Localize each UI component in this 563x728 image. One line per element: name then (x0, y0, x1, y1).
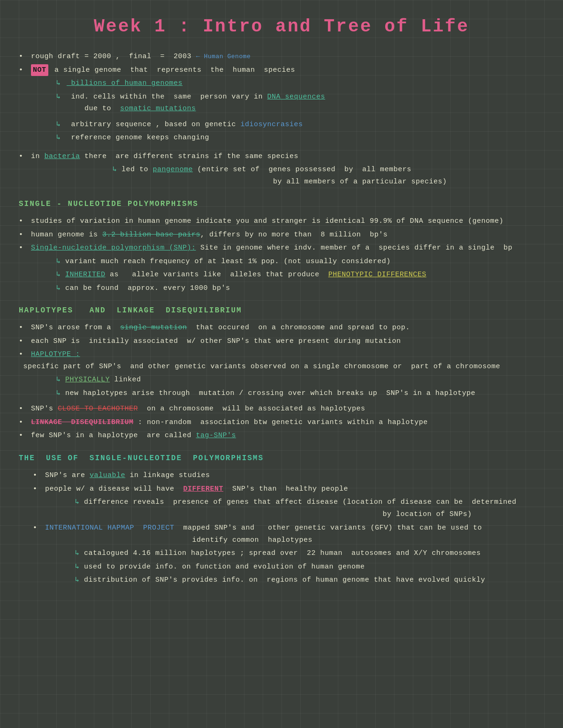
sub-bullet-icon: ↳ (75, 498, 80, 506)
list-item: ↳ variant much reach frequency of at lea… (56, 256, 544, 268)
list-item: • in bacteria there are different strain… (19, 151, 544, 163)
bullet-icon: • (19, 335, 28, 348)
bullet-icon: • (19, 417, 28, 429)
list-item: • people w/ a disease will have DIFFEREN… (33, 483, 544, 495)
bullet-icon: • (33, 470, 42, 482)
list-item: ↳ new haplotypes arise through mutation … (56, 387, 544, 400)
item-text: SNP's arose from a single mutation that … (31, 322, 410, 334)
list-item: ↳ can be found approx. every 1000 bp's (56, 282, 544, 295)
item-text: can be found approx. every 1000 bp's (61, 282, 230, 295)
sub-bullet-icon: ↳ (75, 549, 80, 557)
sub-bullet-icon: ↳ (56, 77, 64, 90)
sub-bullet-icon: ↳ (75, 563, 80, 571)
bullet-icon: • (33, 522, 42, 534)
annotation: ← Human Genome (196, 52, 251, 62)
bullet-icon: • (19, 215, 28, 228)
list-item: • HAPLOTYPE : specific part of SNP's and… (19, 349, 544, 372)
sub-bullet-icon: ↳ (56, 132, 64, 144)
list-item: • few SNP's in a haplotype are called ta… (19, 430, 544, 442)
list-item: • human genome is 3.2 billion base pairs… (19, 229, 544, 241)
list-item: • SNP's are valuable in linkage studies (33, 470, 544, 482)
list-item: ↳ ind. cells within the same person vary… (56, 91, 544, 115)
list-item: • rough draft = 2000 , final = 2003 ← Hu… (19, 51, 544, 63)
list-item: ↳ INHERITED as allele variants like alle… (56, 269, 544, 281)
item-text: HAPLOTYPE : (31, 349, 80, 361)
item-text: LINKAGE DISEQUILIBRIUM (31, 417, 134, 429)
bullet-icon: • (19, 430, 28, 442)
list-item: • SNP's arose from a single mutation tha… (19, 322, 544, 334)
list-item: ↳ PHYSICALLY linked (56, 374, 544, 386)
list-item: ↳ billions of human genomes (56, 77, 544, 90)
list-item: ↳ catalogued 4.16 million haplotypes ; s… (75, 547, 544, 560)
list-item: ↳ reference genome keeps changing (56, 132, 544, 144)
item-text: human genome is 3.2 billion base pairs, … (31, 229, 388, 241)
item-text: studies of variation in human genome ind… (31, 215, 503, 228)
list-item: • SNP's CLOSE TO EACHOTHER on a chromoso… (19, 403, 544, 415)
item-text: a single genome that represents the huma… (50, 64, 296, 76)
bullet-icon: • (19, 242, 28, 254)
item-text: SNP's CLOSE TO EACHOTHER on a chromosome… (31, 403, 365, 415)
sub-bullet-icon: ↳ (75, 576, 80, 584)
sub-bullet-icon: ↳ (56, 387, 61, 400)
item-text: INHERITED as allele variants like allele… (61, 269, 426, 281)
section-header-use: THE USE OF SINGLE-NUCLEOTIDE POLYMORPHIS… (19, 452, 544, 465)
item-text: new haplotypes arise through mutation / … (61, 387, 476, 400)
item-text: rough draft = 2000 , final = 2003 (31, 51, 191, 63)
sub-bullet-icon: ↳ (56, 269, 61, 281)
bullet-icon: • (19, 151, 28, 163)
bullet-icon: • (19, 322, 28, 334)
main-content: • rough draft = 2000 , final = 2003 ← Hu… (19, 51, 544, 586)
item-text: variant much reach frequency of at least… (61, 256, 391, 268)
list-item: • each SNP is initially associated w/ ot… (19, 335, 544, 348)
bullet-icon: • (33, 483, 42, 495)
item-text: in bacteria there are different strains … (31, 151, 298, 163)
list-item: ↳ distribution of SNP's provides info. o… (75, 574, 544, 586)
sub-bullet-icon: ↳ (56, 119, 64, 131)
list-item: ↳ used to provide info. on function and … (75, 561, 544, 573)
item-text: billions of human genomes (67, 77, 183, 90)
bullet-icon: • (19, 349, 28, 361)
sub-bullet-icon: ↳ (56, 282, 61, 295)
bullet-icon: • (19, 64, 28, 76)
list-item: • INTERNATIONAL HAPMAP PROJECT mapped SN… (33, 522, 544, 546)
list-item: ↳ difference reveals presence of genes t… (75, 496, 544, 520)
sub-bullet-icon: ↳ (56, 374, 61, 386)
not-label: NOT (31, 64, 48, 76)
list-item: ↳ arbitrary sequence , based on genetic … (56, 119, 544, 131)
bullet-icon: • (19, 229, 28, 241)
item-text: reference genome keeps changing (67, 132, 209, 144)
list-item: • Single-nucleotide polymorphism (SNP): … (19, 242, 544, 254)
bullet-icon: • (19, 403, 28, 415)
list-item: • LINKAGE DISEQUILIBRIUM : non-random as… (19, 417, 544, 429)
page-title: Week 1 : Intro and Tree of Life (19, 9, 544, 37)
item-text: SNP's are valuable in linkage studies (45, 470, 210, 482)
sub-bullet-icon: ↳ (56, 91, 64, 103)
item-text: Single-nucleotide polymorphism (SNP): (31, 242, 196, 254)
item-text: each SNP is initially associated w/ othe… (31, 335, 401, 348)
list-item: ↳ led to pangenome (entire set of genes … (113, 164, 544, 188)
item-text: people w/ a disease will have DIFFERENT … (45, 483, 348, 495)
item-text: ind. cells within the same person vary i… (67, 91, 325, 115)
list-item: • NOT a single genome that represents th… (19, 64, 544, 76)
section-header-snp: SINGLE - NUCLEOTIDE POLYMORPHISMS (19, 198, 544, 211)
item-text: PHYSICALLY linked (61, 374, 141, 386)
sub-bullet-icon: ↳ (56, 256, 61, 268)
section-header-haplotypes: HAPLOTYPES AND LINKAGE DISEQUILIBRIUM (19, 304, 544, 317)
bullet-icon: • (19, 51, 28, 63)
item-text: few SNP's in a haplotype are called tag-… (31, 430, 236, 442)
list-item: • studies of variation in human genome i… (19, 215, 544, 228)
item-text: arbitrary sequence , based on genetic id… (67, 119, 303, 131)
item-text: INTERNATIONAL HAPMAP PROJECT (45, 522, 175, 534)
